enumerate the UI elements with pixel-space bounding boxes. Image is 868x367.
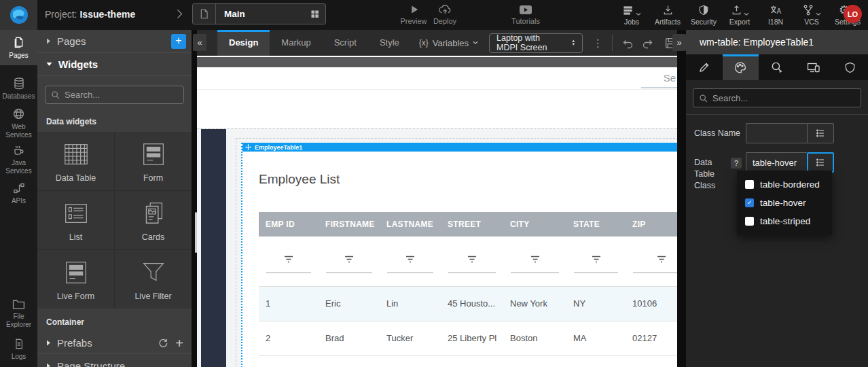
add-page-button[interactable]: +: [171, 34, 186, 49]
column-header[interactable]: CITY: [503, 212, 566, 237]
widget-tile-list[interactable]: List: [37, 191, 114, 249]
tab-markup[interactable]: Markup: [270, 30, 322, 56]
widget-search-input[interactable]: [65, 90, 184, 100]
filter-icon[interactable]: [284, 256, 293, 264]
sidebar-item-pages[interactable]: Pages: [0, 30, 37, 65]
column-header[interactable]: LASTNAME: [380, 212, 441, 237]
filter-icon[interactable]: [592, 256, 601, 264]
pages-section-row[interactable]: Pages +: [37, 30, 192, 53]
refresh-icon[interactable]: [158, 338, 168, 349]
table-row[interactable]: 1 Eric Lin 45 Housto... New York NY 1010…: [259, 286, 677, 321]
employee-table-widget[interactable]: EmployeeTable1 Employee List EMP ID FIRS…: [241, 143, 677, 367]
column-header[interactable]: ZIP: [626, 212, 677, 237]
widget-tile-form[interactable]: Form: [115, 132, 192, 190]
expand-panel-button[interactable]: »: [672, 34, 686, 51]
table-cell[interactable]: NY: [566, 286, 626, 321]
undo-button[interactable]: [621, 37, 634, 49]
i18n-button[interactable]: A I18N: [761, 3, 791, 26]
export-button[interactable]: Export: [725, 3, 755, 26]
column-header[interactable]: FIRSTNAME: [319, 212, 380, 237]
column-header[interactable]: STATE: [566, 212, 626, 237]
redo-button[interactable]: [642, 37, 655, 49]
jobs-button[interactable]: Jobs: [617, 3, 647, 26]
filter-icon[interactable]: [467, 256, 477, 264]
table-cell[interactable]: 25 Liberty Pl: [441, 321, 503, 355]
checkbox[interactable]: ✓: [745, 217, 754, 226]
help-icon[interactable]: ?: [731, 158, 742, 169]
table-cell[interactable]: Eric: [319, 286, 380, 321]
sidebar-item-logs[interactable]: Logs: [0, 332, 37, 367]
widget-tile-live-form[interactable]: Live Form: [37, 250, 114, 309]
filter-input[interactable]: [448, 273, 496, 273]
sidebar-item-apis[interactable]: APIs: [0, 178, 37, 209]
tab-security[interactable]: [831, 54, 868, 80]
add-prefab-button[interactable]: +: [175, 338, 183, 349]
column-header[interactable]: STREET: [441, 212, 503, 237]
filter-input[interactable]: [574, 273, 618, 273]
filter-input[interactable]: [511, 273, 559, 273]
tab-script[interactable]: Script: [323, 30, 368, 56]
column-header[interactable]: EMP ID: [259, 212, 319, 237]
chevron-right-icon[interactable]: [177, 9, 183, 19]
filter-icon[interactable]: [405, 256, 415, 264]
tab-devices[interactable]: [795, 54, 832, 80]
preview-search-text[interactable]: Se: [664, 72, 676, 84]
security-button[interactable]: Security: [689, 3, 719, 26]
table-cell[interactable]: Brad: [319, 321, 380, 355]
table-cell[interactable]: Boston: [503, 321, 566, 355]
vcs-button[interactable]: VCS: [797, 3, 827, 26]
user-avatar[interactable]: LO: [844, 5, 862, 23]
data-table-class-input[interactable]: [746, 152, 807, 173]
sidebar-item-web-services[interactable]: Web Services: [0, 105, 37, 141]
option-table-striped[interactable]: ✓ table-striped: [745, 216, 824, 226]
tab-style[interactable]: [723, 54, 759, 80]
widget-tile-live-filter[interactable]: Live Filter: [115, 250, 192, 309]
page-structure-section-row[interactable]: Page Structure: [37, 354, 192, 367]
prefabs-section-row[interactable]: Prefabs +: [37, 332, 192, 354]
sidebar-item-java-services[interactable]: Java Services: [0, 141, 37, 178]
widget-tile-data-table[interactable]: Data Table: [37, 132, 114, 190]
option-table-bordered[interactable]: ✓ table-bordered: [745, 179, 824, 190]
preview-button[interactable]: Preview: [399, 3, 428, 25]
table-cell[interactable]: 1: [259, 286, 319, 321]
filter-icon[interactable]: [344, 256, 354, 264]
collapse-panel-button[interactable]: «: [193, 34, 206, 51]
tab-events[interactable]: [759, 54, 795, 80]
tab-properties[interactable]: [686, 54, 723, 80]
wavemaker-logo[interactable]: [0, 0, 37, 30]
inspector-search-input[interactable]: [712, 93, 855, 103]
tab-design[interactable]: Design: [217, 30, 270, 56]
pages-grid-icon[interactable]: [310, 9, 320, 19]
filter-icon[interactable]: [530, 256, 540, 264]
sidebar-item-file-explorer[interactable]: File Explorer: [0, 295, 37, 332]
widgets-section-row[interactable]: Widgets: [37, 53, 192, 76]
tab-style[interactable]: Style: [368, 30, 411, 56]
data-table-class-list-button[interactable]: [807, 152, 834, 173]
table-cell[interactable]: 45 Housto...: [441, 286, 503, 321]
filter-input[interactable]: [326, 273, 372, 273]
option-table-hover[interactable]: ✓ table-hover: [745, 198, 824, 208]
widget-tile-cards[interactable]: Cards: [115, 191, 192, 249]
table-cell[interactable]: 02127: [626, 321, 677, 355]
checkbox[interactable]: ✓: [745, 180, 754, 189]
variables-button[interactable]: {x} Variables: [419, 30, 478, 56]
table-cell[interactable]: New York: [503, 286, 566, 321]
sidebar-item-databases[interactable]: Databases: [0, 72, 37, 105]
class-name-input[interactable]: [746, 123, 807, 143]
table-row[interactable]: 2 Brad Tucker 25 Liberty Pl Boston MA 02…: [259, 321, 677, 355]
device-select[interactable]: Laptop with MDPI Screen ▲▼: [489, 33, 583, 53]
deploy-button[interactable]: Deploy: [430, 3, 460, 25]
class-name-list-button[interactable]: [807, 123, 834, 143]
filter-icon[interactable]: [657, 256, 666, 264]
artifacts-button[interactable]: Artifacts: [653, 3, 683, 26]
filter-input[interactable]: [633, 273, 677, 273]
table-cell[interactable]: Lin: [380, 286, 441, 321]
widget-selection-bar[interactable]: EmployeeTable1: [242, 143, 677, 152]
table-cell[interactable]: Tucker: [380, 321, 441, 355]
filter-input[interactable]: [266, 273, 311, 273]
filter-input[interactable]: [387, 273, 433, 273]
tutorials-button[interactable]: Tutorials: [508, 3, 543, 25]
checkbox[interactable]: ✓: [745, 198, 754, 207]
page-tab-main[interactable]: Main: [192, 3, 326, 24]
table-cell[interactable]: 2: [259, 321, 319, 355]
